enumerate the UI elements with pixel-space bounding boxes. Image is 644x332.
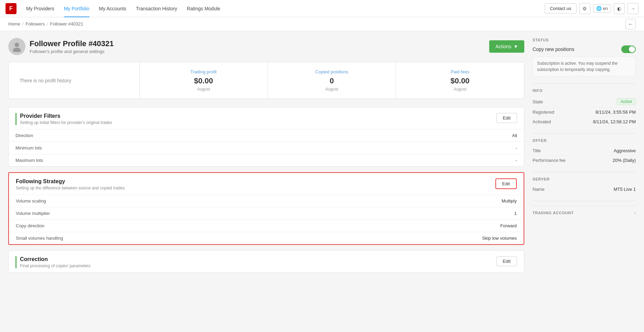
stats-row: There is no profit history Trading profi… [8,62,524,99]
divider-4 [533,201,636,201]
profile-subtitle: Follower's profile and general settings [30,49,114,54]
offer-section: OFFER Title Aggressive Performance fee 2… [533,138,636,165]
offer-title: OFFER [533,138,636,143]
breadcrumb-followers[interactable]: Followers [25,21,45,27]
info-title: INFO [533,89,636,93]
right-panel: STATUS Copy new positions Subscription i… [533,38,636,278]
minlots-label: Minimum lots [15,145,42,151]
profile-header: Follower Profile #40321 Follower's profi… [8,38,524,55]
breadcrumb-sep-2: / [47,21,48,27]
provider-filter-minlots-row: Minimum lots - [9,142,524,154]
avatar-icon [11,41,22,52]
performance-fee-row: Performance fee 20% (Daily) [533,156,636,165]
copied-positions-label: Copied positions [276,69,388,74]
state-row: State Active [533,96,636,107]
activated-row: Activated 8/11/24, 12:56:12 PM [533,117,636,126]
language-button[interactable]: 🌐 en [593,4,611,13]
signout-icon: → [631,6,635,11]
nav-my-accounts[interactable]: My Accounts [95,0,130,17]
maxlots-label: Maximum lots [15,158,43,163]
stat-trading-profit: Trading profit $0.00 August [140,62,268,98]
trading-account-title: TRADING ACCOUNT [533,211,574,215]
actions-label: Actions [495,44,511,49]
breadcrumb-home[interactable]: Home [8,21,20,27]
contact-button[interactable]: Contact us [545,3,576,13]
nav-my-portfolio[interactable]: My Portfolio [60,0,94,17]
volume-multiplier-row: Volume multiplier 1 [9,207,524,219]
copy-new-positions-label: Copy new positions [533,46,574,52]
offer-title-row: Title Aggressive [533,146,636,156]
profile-name: Follower Profile #40321 [30,39,114,48]
paid-fees-label: Paid fees [404,69,516,74]
copy-direction-value: Forward [500,223,517,228]
stat-copied-positions: Copied positions 0 August [268,62,396,98]
registered-label: Registered [533,110,554,115]
correction-card: Correction Final processing of copies' p… [8,250,524,273]
server-title: SERVER [533,177,636,181]
copy-direction-label: Copy direction [16,223,44,228]
copy-new-positions-toggle[interactable] [621,45,636,53]
theme-button[interactable]: ◐ [614,3,625,14]
profile-info: Follower Profile #40321 Follower's profi… [8,38,114,55]
logo: F [6,3,17,14]
breadcrumb-sep-1: / [22,21,24,27]
divider-2 [533,133,636,134]
divider-3 [533,172,636,172]
paid-fees-value: $0.00 [404,76,516,85]
actions-chevron-icon: ▼ [513,44,518,49]
offer-title-label: Title [533,148,541,153]
avatar [8,38,25,55]
stat-no-profit: There is no profit history [9,62,140,98]
provider-filters-edit-button[interactable]: Edit [496,113,517,123]
correction-title-block: Correction Final processing of copies' p… [15,256,90,268]
following-strategy-subtitle: Setting up the difference between source… [16,186,125,190]
performance-fee-value: 20% (Daily) [613,158,636,163]
status-section: STATUS Copy new positions Subscription i… [533,38,636,76]
stat-paid-fees: Paid fees $0.00 August [396,62,524,98]
main-content: Follower Profile #40321 Follower's profi… [0,31,644,285]
settings-button[interactable]: ⚙ [579,3,590,14]
svg-point-1 [13,48,21,52]
small-volumes-value: Skip low volumes [482,236,517,241]
copied-positions-month: August [276,87,388,92]
breadcrumb-bar: Home / Followers / Follower #40321 ← [0,17,644,31]
status-title: STATUS [533,38,636,42]
back-button[interactable]: ← [625,19,636,29]
server-name-row: Name MT5 Live 1 [533,185,636,194]
server-name-label: Name [533,187,545,192]
volume-multiplier-value: 1 [514,211,517,216]
offer-title-value: Aggressive [614,148,636,153]
following-strategy-title-block: Following Strategy Setting up the differ… [16,178,125,190]
actions-button[interactable]: Actions ▼ [489,40,524,53]
signout-button[interactable]: → [627,3,638,14]
paid-fees-month: August [404,87,516,92]
following-strategy-header: Following Strategy Setting up the differ… [9,173,524,195]
trading-account-row[interactable]: TRADING ACCOUNT › [533,206,636,219]
subscription-info-box: Subscription is active. You may suspend … [533,56,636,76]
volume-multiplier-label: Volume multiplier [16,211,50,216]
provider-filter-direction-row: Direction All [9,129,524,142]
nav-ratings-module[interactable]: Ratings Module [183,0,224,17]
svg-point-0 [15,43,19,47]
state-badge: Active [617,98,636,105]
correction-header: Correction Final processing of copies' p… [9,251,524,272]
provider-filters-header: Provider Filters Setting up initial filt… [9,107,524,129]
following-strategy-edit-button[interactable]: Edit [495,178,517,189]
correction-edit-button[interactable]: Edit [496,256,517,266]
top-nav: F My Providers My Portfolio My Accounts … [0,0,644,17]
nav-transaction-history[interactable]: Transaction History [132,0,181,17]
breadcrumb-current: Follower #40321 [50,21,83,27]
copy-new-positions-row: Copy new positions [533,45,636,53]
info-section: INFO State Active Registered 8/11/24, 3:… [533,89,636,126]
following-strategy-card: Following Strategy Setting up the differ… [8,172,524,245]
nav-my-providers[interactable]: My Providers [22,0,58,17]
trading-profit-value: $0.00 [148,76,259,85]
registered-row: Registered 8/11/24, 3:55:56 PM [533,107,636,117]
provider-filter-maxlots-row: Maximum lots - [9,154,524,166]
maxlots-value: - [516,158,517,163]
theme-icon: ◐ [617,6,621,11]
registered-value: 8/11/24, 3:55:56 PM [595,110,636,115]
correction-subtitle: Final processing of copies' parameters [20,263,90,268]
globe-icon: 🌐 [596,6,602,11]
direction-value: All [512,133,517,138]
